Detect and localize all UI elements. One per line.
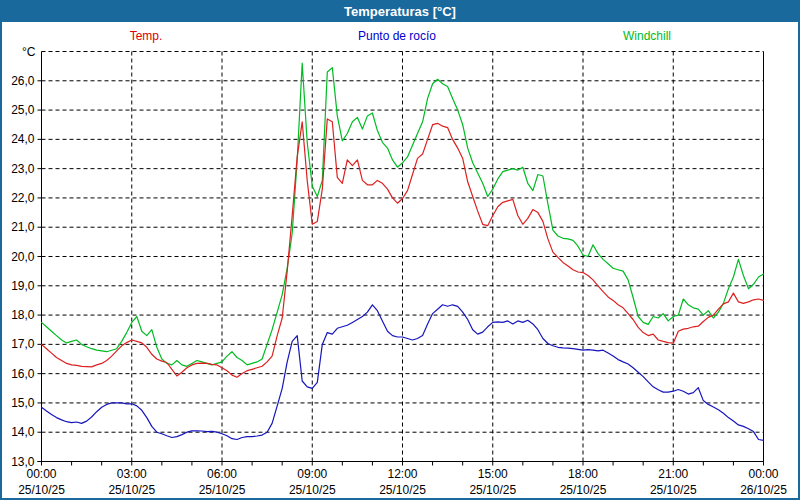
- y-axis-tick-label: 20,0: [11, 250, 35, 264]
- y-axis-tick-label: 24,0: [11, 132, 35, 146]
- y-axis-tick-label: 23,0: [11, 162, 35, 176]
- axis-labels: 13,014,015,016,017,018,019,020,021,022,0…: [11, 45, 787, 498]
- x-axis-date-label: 25/10/25: [560, 483, 607, 497]
- temperature-chart: 13,014,015,016,017,018,019,020,021,022,0…: [2, 2, 800, 500]
- y-axis-tick-label: 19,0: [11, 279, 35, 293]
- gridlines: [42, 52, 764, 462]
- y-axis-tick-label: 15,0: [11, 396, 35, 410]
- x-axis-time-label: 00:00: [26, 467, 56, 481]
- y-axis-tick-label: 17,0: [11, 337, 35, 351]
- y-axis-tick-label: 26,0: [11, 74, 35, 88]
- y-axis-tick-label: 16,0: [11, 367, 35, 381]
- x-axis-time-label: 12:00: [387, 467, 417, 481]
- app-window: Temperaturas [°C] Temp. Punto de rocío W…: [0, 0, 800, 500]
- y-axis-tick-label: 14,0: [11, 425, 35, 439]
- y-axis-tick-label: 22,0: [11, 191, 35, 205]
- x-axis-date-label: 25/10/25: [650, 483, 697, 497]
- x-axis-time-label: 15:00: [478, 467, 508, 481]
- x-axis-date-label: 25/10/25: [108, 483, 155, 497]
- x-axis-date-label: 25/10/25: [379, 483, 426, 497]
- x-axis-date-label: 25/10/25: [199, 483, 246, 497]
- x-axis-time-label: 09:00: [297, 467, 327, 481]
- y-axis-tick-label: 25,0: [11, 103, 35, 117]
- x-axis-date-label: 25/10/25: [18, 483, 65, 497]
- y-axis-tick-label: 21,0: [11, 220, 35, 234]
- x-axis-time-label: 18:00: [568, 467, 598, 481]
- y-axis-unit-label: °C: [22, 45, 36, 59]
- y-axis-tick-label: 18,0: [11, 308, 35, 322]
- x-axis-date-label: 26/10/25: [740, 483, 787, 497]
- x-axis-time-label: 06:00: [207, 467, 237, 481]
- x-axis-time-label: 00:00: [748, 467, 778, 481]
- x-axis-date-label: 25/10/25: [289, 483, 336, 497]
- x-axis-time-label: 21:00: [658, 467, 688, 481]
- x-axis-date-label: 25/10/25: [469, 483, 516, 497]
- x-axis-time-label: 03:00: [117, 467, 147, 481]
